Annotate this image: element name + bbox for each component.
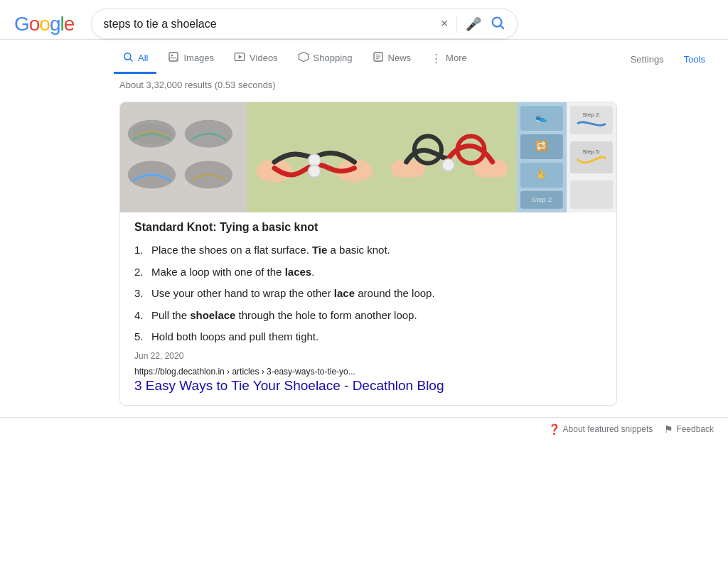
logo-letter-g2: g	[50, 13, 60, 35]
google-logo[interactable]: Google	[14, 13, 74, 36]
svg-line-1	[500, 26, 503, 28]
svg-text:✋: ✋	[536, 168, 549, 180]
footer-bar: ❓ About featured snippets ⚑ Feedback	[0, 417, 728, 441]
tab-all[interactable]: All	[114, 43, 156, 74]
featured-snippet: 👟 🔁 ✋ Step 2 Step 2: Step 5: St	[119, 102, 617, 406]
step-5: 5. Hold both loops and pull them tight.	[134, 329, 602, 345]
step-1: 1. Place the shoes on a flat surface. Ti…	[134, 242, 602, 259]
snippet-date: Jun 22, 2020	[120, 351, 616, 361]
svg-text:Step 5:: Step 5:	[582, 148, 600, 155]
svg-rect-42	[570, 106, 613, 134]
svg-line-3	[130, 59, 132, 61]
nav-tabs: All Images Videos Shopping News ⋮ More S…	[0, 43, 728, 74]
svg-text:👟: 👟	[536, 112, 549, 124]
snippet-link[interactable]: 3 Easy Ways to Tie Your Shoelace - Decat…	[120, 378, 616, 394]
clear-icon[interactable]: ×	[441, 16, 449, 31]
step-2: 2. Make a loop with one of the laces.	[134, 264, 602, 281]
step-3: 3. Use your other hand to wrap the other…	[134, 286, 602, 302]
logo-letter-g: G	[14, 13, 29, 35]
steps-list: 1. Place the shoes on a flat surface. Ti…	[134, 242, 602, 345]
svg-marker-7	[239, 55, 242, 58]
info-icon: ❓	[548, 423, 560, 435]
snippet-url: https://blog.decathlon.in › articles › 3…	[120, 361, 616, 378]
nav-right: Settings Tools	[622, 45, 714, 72]
knot-diagram-2[interactable]	[382, 102, 517, 212]
tab-images[interactable]: Images	[159, 43, 223, 74]
videos-icon	[234, 51, 245, 65]
shopping-icon	[298, 51, 309, 65]
feedback-icon: ⚑	[664, 423, 673, 435]
svg-point-25	[308, 165, 320, 177]
tab-images-label: Images	[183, 53, 214, 63]
svg-point-31	[442, 159, 454, 171]
about-featured-snippets[interactable]: ❓ About featured snippets	[548, 423, 653, 435]
svg-point-5	[171, 55, 173, 57]
tab-all-label: All	[138, 53, 148, 63]
tab-news[interactable]: News	[364, 43, 420, 74]
images-icon	[168, 51, 179, 65]
all-icon	[122, 51, 134, 65]
feedback-button[interactable]: ⚑ Feedback	[664, 423, 714, 435]
divider	[456, 16, 457, 33]
settings-link[interactable]: Settings	[622, 45, 673, 72]
tab-news-label: News	[388, 53, 412, 63]
search-bar[interactable]: steps to tie a shoelace × 🎤	[91, 9, 518, 39]
step-4: 4. Pull the shoelace through the hole to…	[134, 308, 602, 324]
svg-rect-4	[169, 53, 178, 61]
search-input[interactable]: steps to tie a shoelace	[103, 18, 440, 31]
more-steps-strip[interactable]: Step 2: Step 5:	[567, 102, 616, 212]
svg-text:🔁: 🔁	[536, 140, 549, 152]
more-icon: ⋮	[431, 52, 441, 65]
tab-more-label: More	[446, 53, 467, 63]
microphone-icon[interactable]: 🎤	[466, 16, 481, 32]
svg-text:Step 2: Step 2	[532, 195, 552, 203]
snippet-images[interactable]: 👟 🔁 ✋ Step 2 Step 2: Step 5:	[120, 102, 616, 212]
tab-shopping-label: Shopping	[314, 53, 353, 63]
about-snippets-label: About featured snippets	[563, 424, 653, 434]
logo-letter-o2: o	[39, 13, 50, 35]
snippet-title: Standard Knot: Tying a basic knot	[134, 221, 602, 234]
search-icons: × 🎤	[441, 15, 506, 33]
shoe-collage-image[interactable]	[120, 102, 247, 212]
results-count: About 3,32,000 results (0.53 seconds)	[0, 74, 728, 96]
svg-rect-43	[570, 141, 613, 173]
knot-diagram-1[interactable]	[247, 102, 382, 212]
feedback-label: Feedback	[676, 424, 714, 434]
svg-rect-44	[570, 180, 613, 209]
logo-letter-o1: o	[29, 13, 40, 35]
tab-videos[interactable]: Videos	[225, 43, 287, 74]
news-icon	[373, 51, 384, 65]
header: Google steps to tie a shoelace × 🎤	[0, 0, 728, 40]
step-thumbnails-strip[interactable]: 👟 🔁 ✋ Step 2	[517, 102, 567, 212]
snippet-text: Standard Knot: Tying a basic knot 1. Pla…	[120, 212, 616, 345]
logo-letter-e: e	[64, 13, 75, 35]
svg-text:Step 2:: Step 2:	[582, 112, 600, 118]
tab-shopping[interactable]: Shopping	[289, 43, 361, 74]
svg-marker-8	[299, 52, 308, 61]
tab-videos-label: Videos	[250, 53, 278, 63]
tools-link[interactable]: Tools	[675, 45, 714, 72]
search-button[interactable]	[490, 15, 505, 33]
tab-more[interactable]: ⋮ More	[422, 43, 476, 74]
